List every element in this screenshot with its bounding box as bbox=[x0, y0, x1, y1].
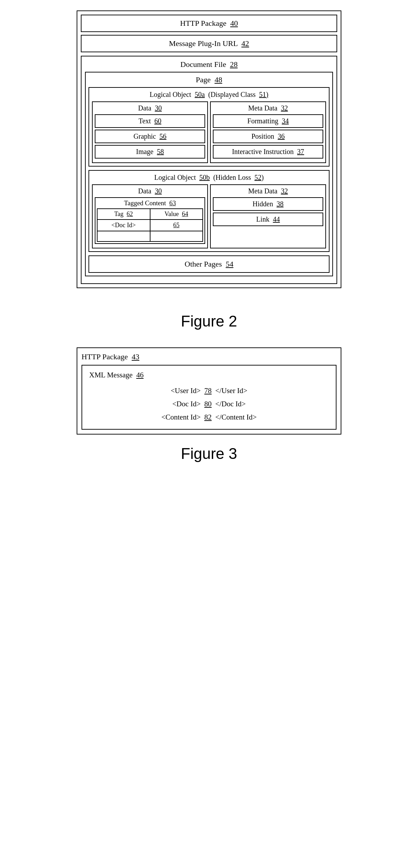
logical-object-a-label: Logical Object 50a (Displayed Class 51) bbox=[92, 91, 326, 99]
page-label: Page 48 bbox=[88, 75, 330, 84]
formatting-box: Formatting 34 bbox=[213, 114, 323, 128]
position-box: Position 36 bbox=[213, 130, 323, 143]
data-header-b: Data 30 bbox=[95, 187, 205, 195]
xml-line-2: <Doc Id> 80 </Doc Id> bbox=[89, 398, 329, 411]
figure-2-caption: Figure 2 bbox=[181, 313, 237, 330]
empty-value-cell bbox=[150, 231, 203, 241]
xml-content: <User Id> 78 </User Id> <Doc Id> 80 </Do… bbox=[89, 384, 329, 424]
value-65-cell: 65 bbox=[150, 220, 203, 231]
msg-plugin-num: 42 bbox=[241, 39, 249, 48]
meta-column-a: Meta Data 32 Formatting 34 Position 36 bbox=[210, 101, 326, 163]
data-column-a: Data 30 Text 60 Graphic 56 Image bbox=[92, 101, 208, 163]
meta-header-b: Meta Data 32 bbox=[213, 187, 323, 195]
msg-plugin-box: Message Plug-In URL 42 bbox=[81, 35, 337, 52]
meta-header-a: Meta Data 32 bbox=[213, 104, 323, 112]
fig3-http-package-label: HTTP Package 43 bbox=[82, 352, 336, 361]
logical-object-b-box: Logical Object 50b (Hidden Loss 52) Data… bbox=[88, 170, 330, 252]
document-file-box: Document File 28 Page 48 Logical Object … bbox=[81, 56, 337, 284]
tagged-content-box: Tagged Content 63 Tag 62 Value bbox=[95, 197, 205, 244]
figure-2-container: HTTP Package 40 Message Plug-In URL 42 D… bbox=[77, 10, 341, 288]
xml-message-label: XML Message 46 bbox=[89, 371, 329, 379]
msg-plugin-label: Message Plug-In URL bbox=[169, 39, 238, 48]
data-header-a: Data 30 bbox=[95, 104, 205, 112]
meta-column-b: Meta Data 32 Hidden 38 Link 44 bbox=[210, 184, 326, 248]
value-header: Value 64 bbox=[150, 209, 203, 220]
data-meta-grid-b: Data 30 Tagged Content 63 Tag bbox=[92, 184, 326, 248]
interactive-box: Interactive Instruction 37 bbox=[213, 145, 323, 159]
figure-3-container: HTTP Package 43 XML Message 46 <User Id>… bbox=[77, 347, 341, 435]
graphic-box: Graphic 56 bbox=[95, 130, 205, 143]
text-box: Text 60 bbox=[95, 114, 205, 128]
logical-object-b-label: Logical Object 50b (Hidden Loss 52) bbox=[92, 174, 326, 182]
link-box: Link 44 bbox=[213, 213, 323, 226]
http-package-box: HTTP Package 40 bbox=[81, 15, 337, 32]
hidden-box: Hidden 38 bbox=[213, 197, 323, 211]
logical-object-a-box: Logical Object 50a (Displayed Class 51) … bbox=[88, 87, 330, 167]
data-meta-grid-a: Data 30 Text 60 Graphic 56 Image bbox=[92, 101, 326, 163]
image-box: Image 58 bbox=[95, 145, 205, 159]
http-package-label: HTTP Package bbox=[180, 19, 226, 28]
http-package-num: 40 bbox=[230, 19, 238, 28]
page-box: Page 48 Logical Object 50a (Displayed Cl… bbox=[85, 72, 333, 276]
empty-tag-cell bbox=[97, 231, 150, 241]
other-pages-box: Other Pages 54 bbox=[88, 255, 330, 273]
tag-header: Tag 62 bbox=[97, 209, 150, 220]
tagged-content-label: Tagged Content 63 bbox=[97, 199, 203, 207]
document-file-label: Document File 28 bbox=[85, 60, 333, 69]
tag-value-grid: Tag 62 Value 64 <Doc Id> bbox=[97, 208, 203, 242]
xml-line-3: <Content Id> 82 </Content Id> bbox=[89, 411, 329, 424]
doc-id-cell: <Doc Id> bbox=[97, 220, 150, 231]
data-column-b: Data 30 Tagged Content 63 Tag bbox=[92, 184, 208, 248]
figure-3-caption: Figure 3 bbox=[181, 445, 237, 462]
xml-message-box: XML Message 46 <User Id> 78 </User Id> <… bbox=[82, 365, 336, 430]
xml-line-1: <User Id> 78 </User Id> bbox=[89, 384, 329, 398]
